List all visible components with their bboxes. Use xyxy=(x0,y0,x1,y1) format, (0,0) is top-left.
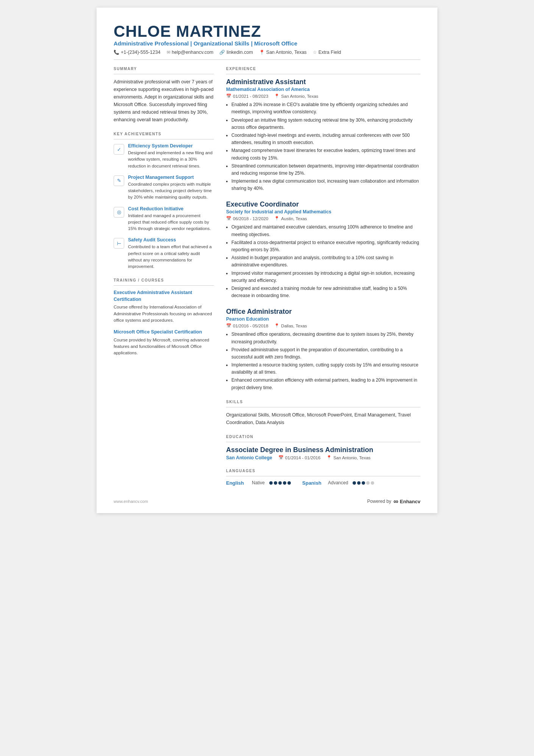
experience-item: Office Administrator Pearson Education 📅… xyxy=(226,308,420,391)
achievement-desc: Contributed to a team effort that achiev… xyxy=(128,244,214,270)
bullet-item: Streamlined communication between depart… xyxy=(231,163,420,177)
bullet-item: Improved visitor management processes by… xyxy=(231,270,420,284)
edu-date: 📅 01/2014 - 01/2016 xyxy=(278,455,320,460)
bullet-item: Organized and maintained executive calen… xyxy=(231,224,420,238)
exp-bullets-list: Enabled a 20% increase in CEO's availabl… xyxy=(226,101,420,192)
achievement-content: Safety Audit Success Contributed to a te… xyxy=(128,237,214,270)
exp-company-name: Society for Industrial and Applied Mathe… xyxy=(226,209,420,214)
summary-divider xyxy=(114,74,214,74)
skills-section: SKILLS Organizational Skills, Microsoft … xyxy=(226,400,420,426)
language-dot xyxy=(357,481,361,485)
language-dot xyxy=(371,481,374,485)
bullet-item: Facilitated a cross-departmental project… xyxy=(231,239,420,254)
resume-page: CHLOE MARTINEZ Administrative Profession… xyxy=(97,8,437,513)
exp-location-value: Dallas, Texas xyxy=(281,324,307,328)
achievement-icon: ◎ xyxy=(114,207,124,218)
page-footer: www.enhancv.com Powered by ∞ Enhancv xyxy=(114,498,420,506)
language-dot xyxy=(362,481,365,485)
phone-icon: 📞 xyxy=(114,50,119,55)
contact-bar: 📞 +1-(234)-555-1234 ✉ help@enhancv.com 🔗… xyxy=(114,50,420,55)
exp-location: 📍 Austin, Texas xyxy=(274,216,307,221)
skills-label: SKILLS xyxy=(226,400,420,404)
bullet-item: Developed an intuitive filing system red… xyxy=(231,117,420,131)
language-dot xyxy=(269,481,273,485)
linkedin-value: linkedin.com xyxy=(226,50,253,55)
achievement-title: Efficiency System Developer xyxy=(128,143,214,149)
exp-date-value: 01/2021 - 08/2023 xyxy=(233,94,268,99)
language-level: Native xyxy=(252,480,265,485)
edu-date-value: 01/2014 - 01/2016 xyxy=(285,455,320,460)
language-name: English xyxy=(226,480,249,486)
phone-value: +1-(234)-555-1234 xyxy=(121,50,161,55)
education-section: EDUCATION Associate Degree in Business A… xyxy=(226,435,420,460)
achievements-label: KEY ACHIEVEMENTS xyxy=(114,132,214,136)
edu-degree-title: Associate Degree in Business Administrat… xyxy=(226,446,420,454)
location-contact: 📍 San Antonio, Texas xyxy=(259,50,307,55)
pin-icon: 📍 xyxy=(326,455,332,460)
education-divider xyxy=(226,442,420,442)
exp-meta: 📅 06/2018 - 12/2020 📍 Austin, Texas xyxy=(226,216,420,221)
language-item: Spanish Advanced xyxy=(302,480,374,486)
pin-icon: 📍 xyxy=(274,216,279,221)
edu-meta: 📅 01/2014 - 01/2016 📍 San Antonio, Texas xyxy=(278,455,371,460)
language-dots xyxy=(269,481,291,485)
achievement-icon: ✓ xyxy=(114,144,124,155)
skills-divider xyxy=(226,407,420,407)
achievement-title: Safety Audit Success xyxy=(128,237,214,243)
language-dot xyxy=(283,481,286,485)
language-name: Spanish xyxy=(302,480,325,486)
powered-by-text: Powered by xyxy=(367,499,391,504)
exp-date: 📅 01/2021 - 08/2023 xyxy=(226,94,268,99)
exp-job-title: Administrative Assistant xyxy=(226,78,420,86)
exp-company-name: Mathematical Association of America xyxy=(226,87,420,92)
achievement-icon: ⊢ xyxy=(114,238,124,249)
body-layout: SUMMARY Administrative professional with… xyxy=(114,67,420,494)
extra-field-contact: ☆ Extra Field xyxy=(313,50,341,55)
language-dot xyxy=(287,481,291,485)
experience-label: EXPERIENCE xyxy=(226,67,420,71)
training-item: Microsoft Office Specialist Certificatio… xyxy=(114,329,214,356)
education-list: Associate Degree in Business Administrat… xyxy=(226,446,420,460)
achievements-list: ✓ Efficiency System Developer Designed a… xyxy=(114,143,214,270)
training-title: Microsoft Office Specialist Certificatio… xyxy=(114,329,214,336)
bullet-item: Designed and executed a training module … xyxy=(231,285,420,299)
language-dot xyxy=(274,481,277,485)
calendar-icon: 📅 xyxy=(226,94,231,99)
calendar-icon: 📅 xyxy=(226,216,231,221)
bullet-item: Enabled a 20% increase in CEO's availabl… xyxy=(231,101,420,116)
bullet-item: Managed comprehensive travel itineraries… xyxy=(231,147,420,161)
footer-brand: Powered by ∞ Enhancv xyxy=(367,498,420,506)
exp-company-name: Pearson Education xyxy=(226,316,420,322)
star-icon: ☆ xyxy=(313,50,317,55)
pin-icon: 📍 xyxy=(274,323,279,328)
bullet-item: Implemented a resource tracking system, … xyxy=(231,362,420,376)
training-title: Executive Administrative Assistant Certi… xyxy=(114,290,214,303)
training-item: Executive Administrative Assistant Certi… xyxy=(114,290,214,324)
enhancv-icon: ∞ xyxy=(393,498,398,506)
achievement-content: Cost Reduction Initiative Initiated and … xyxy=(128,206,214,232)
edu-school-name: San Antonio College xyxy=(226,455,272,460)
footer-website: www.enhancv.com xyxy=(114,499,148,504)
summary-text: Administrative professional with over 7 … xyxy=(114,78,214,124)
phone-contact: 📞 +1-(234)-555-1234 xyxy=(114,50,161,55)
achievements-divider xyxy=(114,139,214,139)
languages-list: English Native Spanish Advanced xyxy=(226,480,420,486)
email-contact: ✉ help@enhancv.com xyxy=(167,50,214,55)
exp-location: 📍 Dallas, Texas xyxy=(274,323,307,328)
bullet-item: Coordinated high-level meetings and even… xyxy=(231,132,420,146)
languages-label: LANGUAGES xyxy=(226,469,420,473)
enhancv-logo: ∞ Enhancv xyxy=(393,498,420,506)
achievement-item: ⊢ Safety Audit Success Contributed to a … xyxy=(114,237,214,270)
training-divider xyxy=(114,285,214,286)
bullet-item: Provided administrative support in the p… xyxy=(231,346,420,361)
achievement-item: ◎ Cost Reduction Initiative Initiated an… xyxy=(114,206,214,232)
language-level: Advanced xyxy=(328,480,348,485)
language-dot xyxy=(278,481,282,485)
extra-field-value: Extra Field xyxy=(319,50,341,55)
brand-name: Enhancv xyxy=(400,499,420,504)
achievement-content: Efficiency System Developer Designed and… xyxy=(128,143,214,169)
achievement-title: Cost Reduction Initiative xyxy=(128,206,214,211)
achievement-desc: Initiated and managed a procurement proj… xyxy=(128,213,214,232)
exp-date: 📅 01/2016 - 05/2018 xyxy=(226,323,268,328)
experience-section: EXPERIENCE Administrative Assistant Math… xyxy=(226,67,420,391)
